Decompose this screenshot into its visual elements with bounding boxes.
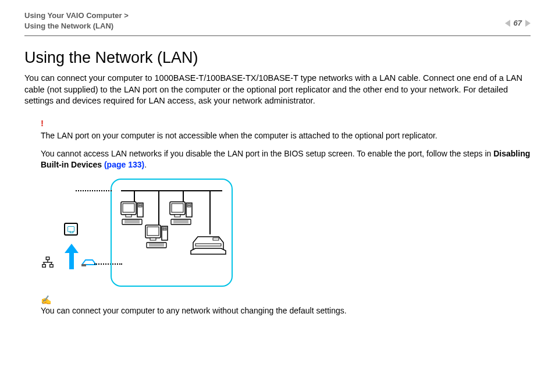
svg-rect-14 bbox=[122, 219, 142, 224]
svg-rect-34 bbox=[171, 219, 191, 224]
svg-rect-5 bbox=[42, 264, 46, 267]
computer-icon bbox=[169, 201, 195, 227]
breadcrumb-line2[interactable]: Using the Network (LAN) bbox=[24, 21, 129, 31]
breadcrumb-line1[interactable]: Using Your VAIO Computer > bbox=[24, 10, 129, 21]
svg-rect-10 bbox=[126, 215, 131, 217]
breadcrumb: Using Your VAIO Computer > Using the Net… bbox=[24, 10, 129, 31]
page-title: Using the Network (LAN) bbox=[24, 49, 531, 67]
warning-icon: ! bbox=[41, 117, 531, 129]
computer-icon bbox=[120, 201, 147, 227]
svg-rect-20 bbox=[150, 238, 156, 240]
computer-icon bbox=[144, 224, 171, 251]
page-navigator: 67 bbox=[505, 19, 531, 27]
intro-paragraph: You can connect your computer to 1000BAS… bbox=[24, 73, 531, 107]
warning-text-2a: You cannot access LAN networks if you di… bbox=[41, 149, 493, 158]
warning-text-2: You cannot access LAN networks if you di… bbox=[41, 148, 531, 170]
note-pencil-icon: ✍ bbox=[24, 295, 531, 305]
svg-rect-19 bbox=[147, 227, 159, 236]
svg-rect-29 bbox=[172, 204, 183, 212]
cable-plug-icon bbox=[81, 259, 97, 267]
footnote-text: You can connect your computer to any net… bbox=[24, 306, 531, 315]
prev-page-icon[interactable] bbox=[505, 20, 510, 27]
svg-rect-24 bbox=[147, 243, 166, 248]
network-devices-box bbox=[111, 179, 233, 287]
warning-link-page[interactable]: (page 133) bbox=[104, 160, 144, 169]
page-number: 67 bbox=[514, 19, 522, 27]
arrow-up-icon bbox=[66, 244, 77, 269]
lan-port-icon bbox=[64, 223, 78, 236]
diagram-port-side bbox=[41, 223, 111, 287]
warning-text-2c: . bbox=[144, 160, 147, 169]
network-diagram bbox=[24, 179, 531, 287]
warning-text-1: The LAN port on your computer is not acc… bbox=[41, 130, 531, 141]
svg-rect-6 bbox=[50, 264, 54, 267]
svg-rect-30 bbox=[175, 215, 180, 217]
network-tree-icon bbox=[41, 256, 55, 269]
dotted-line-top bbox=[76, 190, 112, 191]
next-page-icon[interactable] bbox=[525, 20, 531, 27]
svg-rect-0 bbox=[46, 257, 49, 260]
svg-rect-9 bbox=[123, 204, 134, 212]
printer-icon bbox=[190, 233, 227, 259]
svg-rect-7 bbox=[81, 264, 86, 266]
